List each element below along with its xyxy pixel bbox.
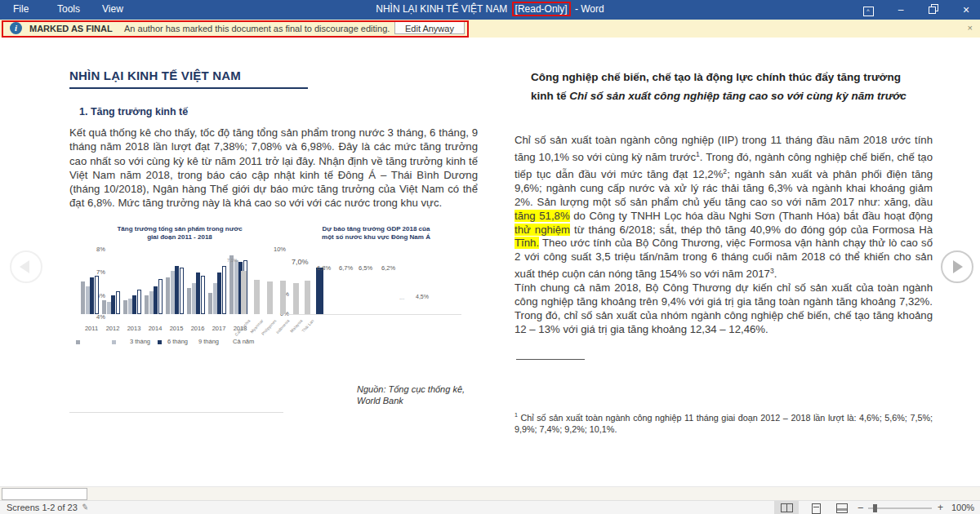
figure-border-line [69, 412, 283, 413]
bar-2014-3 tháng [145, 295, 149, 314]
bar-annotation: 7,1% [227, 258, 238, 263]
menu-view[interactable]: View [102, 3, 123, 15]
bar-2017-9 tháng [217, 273, 221, 314]
proofing-icon[interactable]: ✎ [81, 502, 89, 512]
page-right: Công nghiệp chế biến, chế tạo là động lự… [514, 69, 933, 481]
legend-marker [76, 340, 80, 344]
bar-2018-3 tháng [229, 255, 234, 314]
zoom-in-button[interactable]: + [938, 502, 943, 513]
source-note: Nguồn: Tổng cục thống kê,World Bank [357, 383, 465, 406]
bar-2015-6 tháng [171, 271, 175, 314]
y-axis-label: 8% [96, 246, 105, 253]
footnote: 1 Chỉ số sản xuất toàn ngành công nghiệp… [514, 410, 933, 435]
bar-2013-6 tháng [128, 299, 132, 314]
right-paragraph-2: Tính chung cả năm 2018, Bộ Công Thương d… [514, 281, 933, 336]
bar-2011-9 tháng [90, 277, 94, 314]
section-heading: 1. Tăng trưởng kinh tế [79, 106, 188, 117]
legend-marker [112, 340, 116, 344]
bar-2015-3 tháng [166, 277, 170, 314]
bar-2014-9 tháng [154, 286, 158, 314]
read-mode-icon [781, 503, 793, 512]
print-layout-button[interactable] [804, 501, 828, 514]
y-axis-label: 7% [96, 268, 105, 276]
banner-message: An author has marked this document as fi… [124, 24, 390, 33]
data-label: 6,7% [339, 264, 353, 272]
legend-marker [158, 340, 162, 344]
legend-label: 6 tháng [167, 338, 188, 345]
bar-Thái Lan [305, 281, 310, 314]
web-layout-button[interactable] [830, 501, 854, 514]
right-paragraph-1: Chỉ số sản xuất toàn ngành công nghiệp (… [514, 134, 933, 281]
legend-label: 3 tháng [130, 338, 150, 345]
bar-2013-9 tháng [132, 295, 136, 314]
previous-screen-button[interactable] [10, 250, 42, 283]
zoom-level[interactable]: 100% [951, 503, 974, 512]
document-canvas: NHÌN LẠI KINH TẾ VIỆT NAM 1. Tăng trưởng… [0, 38, 980, 486]
title-bar: File Tools View NHÌN LẠI KINH TẾ VIỆT NA… [0, 0, 980, 20]
bar-2013-3 tháng [123, 300, 127, 314]
bar-2013-Cả năm [137, 290, 141, 314]
horizontal-scrollbar[interactable] [0, 486, 980, 501]
figure-canvas: Tăng trưởng tổng sản phẩm trong nướcgiai… [69, 222, 482, 426]
bar-2016-3 tháng [187, 288, 191, 314]
bar-2011-3 tháng [81, 281, 85, 314]
bar-2014-Cả năm [158, 279, 163, 314]
ribbon-display-options-icon[interactable]: ^ [854, 0, 882, 20]
bar-2012-6 tháng [107, 302, 111, 314]
close-icon[interactable]: × [952, 0, 980, 20]
chevron-left-icon [20, 260, 29, 273]
data-label: 4,5% [416, 294, 429, 299]
bar-Việt Nam [316, 268, 323, 314]
data-label: 6,2% [381, 264, 395, 272]
zoom-out-button[interactable]: − [858, 502, 864, 514]
menu-tools[interactable]: Tools [57, 3, 80, 15]
bar-Malaysia [293, 283, 299, 314]
edit-anyway-button[interactable]: Edit Anyway [394, 21, 465, 34]
y-axis-label: 10% [274, 246, 286, 253]
chevron-right-icon [953, 260, 963, 273]
bar-2012-Cả năm [116, 291, 120, 314]
right-heading: Công nghiệp chế biến, chế tạo là động lự… [531, 69, 915, 105]
bar-Campuchia [241, 271, 247, 314]
window-title: NHÌN LẠI KINH TẾ VIỆT NAM [Read-Only] - … [0, 3, 980, 15]
bar-2016-6 tháng [192, 283, 196, 314]
bar-2018-6 tháng [234, 260, 238, 314]
minimize-icon[interactable]: – [887, 0, 915, 20]
x-axis-line [288, 314, 461, 315]
bar-Myanmar [254, 280, 260, 314]
footnote-separator [516, 359, 585, 360]
chart-right-title: Dự báo tăng trưởng GDP 2018 củamột số nư… [288, 225, 464, 241]
data-label: 6,5% [359, 264, 372, 272]
ellipsis-label: ... [399, 294, 404, 301]
bar-2012-9 tháng [111, 295, 115, 314]
data-label: 6,8% [317, 264, 331, 272]
bar-2012-3 tháng [102, 300, 106, 314]
print-layout-icon [812, 503, 821, 514]
bar-Indonesia [280, 281, 286, 314]
y-axis-label: 4% [96, 313, 105, 321]
zoom-slider-thumb[interactable] [873, 504, 877, 512]
bar-2011-6 tháng [86, 286, 90, 314]
readonly-badge: [Read-Only] [512, 2, 571, 16]
bar-2017-3 tháng [208, 293, 212, 314]
bar-2017-6 tháng [213, 283, 217, 314]
scrollbar-thumb[interactable] [2, 488, 87, 500]
web-layout-icon [836, 503, 848, 513]
banner-close-icon[interactable]: × [968, 23, 973, 33]
highlight-data-label: 7,0% [292, 258, 309, 266]
left-paragraph: Kết quả thống kê cho thấy, tốc độ tăng t… [69, 126, 478, 210]
document-title: NHÌN LẠI KINH TẾ VIỆT NAM [69, 69, 308, 89]
read-mode-button[interactable] [774, 501, 799, 514]
next-screen-button[interactable] [941, 250, 973, 283]
restore-icon[interactable] [920, 0, 947, 20]
zoom-slider[interactable] [868, 507, 932, 509]
screens-indicator[interactable]: Screens 1-2 of 23 [7, 503, 78, 512]
bar-2016-Cả năm [201, 276, 205, 314]
bar-2016-9 tháng [196, 273, 200, 314]
bar-2015-9 tháng [175, 266, 179, 314]
banner-label: MARKED AS FINAL [29, 24, 113, 33]
menu-file[interactable]: File [13, 3, 29, 15]
word-window: File Tools View NHÌN LẠI KINH TẾ VIỆT NA… [0, 0, 980, 514]
chart-left-title: Tăng trưởng tổng sản phẩm trong nướcgiai… [94, 225, 265, 241]
bar-2014-6 tháng [149, 291, 154, 314]
